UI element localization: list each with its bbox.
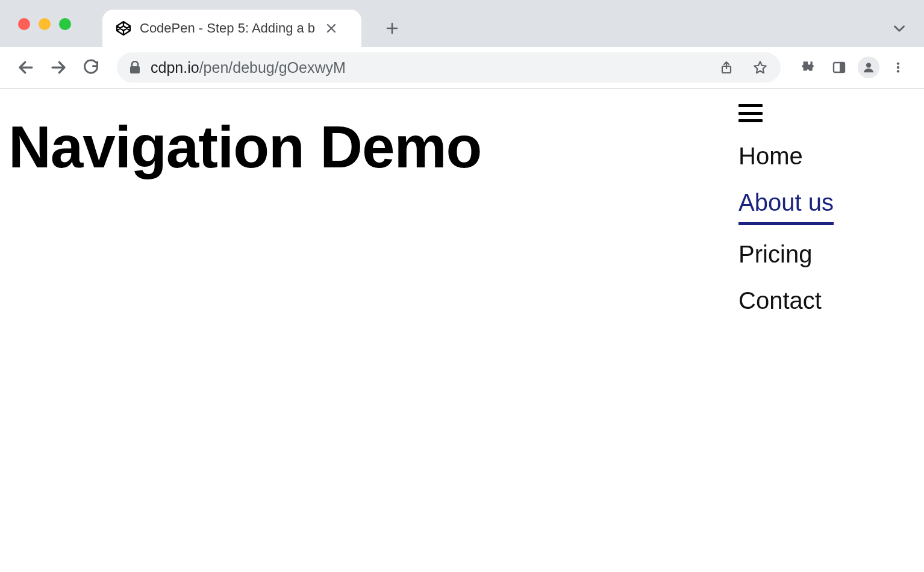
browser-tab-active[interactable]: CodePen - Step 5: Adding a bu	[102, 10, 361, 47]
nav-item-about-us[interactable]: About us	[738, 179, 834, 225]
extensions-button[interactable]	[793, 54, 820, 81]
url-path: /pen/debug/gOexwyM	[199, 59, 346, 76]
address-bar[interactable]: cdpn.io/pen/debug/gOexwyM	[117, 52, 781, 82]
url-text: cdpn.io/pen/debug/gOexwyM	[151, 59, 705, 76]
share-icon	[719, 60, 734, 75]
svg-point-4	[866, 63, 871, 67]
nav-item-pricing[interactable]: Pricing	[738, 231, 834, 278]
close-icon	[326, 23, 337, 34]
reload-icon	[83, 59, 99, 76]
nav-item-home[interactable]: Home	[738, 133, 834, 179]
page-viewport: Navigation Demo Home About us Pricing Co…	[0, 89, 924, 572]
side-panel-button[interactable]	[825, 54, 853, 81]
svg-point-6	[897, 66, 899, 69]
kebab-icon	[891, 61, 905, 74]
share-button[interactable]	[714, 55, 738, 79]
browser-chrome: CodePen - Step 5: Adding a bu	[0, 0, 924, 89]
site-nav: Home About us Pricing Contact	[738, 104, 834, 324]
reload-button[interactable]	[77, 54, 105, 81]
hamburger-icon	[738, 104, 763, 107]
browser-toolbar: cdpn.io/pen/debug/gOexwyM	[0, 47, 924, 88]
window-controls	[18, 18, 71, 30]
codepen-icon	[116, 20, 131, 36]
arrow-right-icon	[49, 58, 67, 76]
puzzle-icon	[799, 60, 814, 75]
plus-icon	[385, 21, 399, 36]
new-tab-button[interactable]	[377, 13, 407, 43]
svg-rect-3	[840, 63, 844, 72]
person-icon	[862, 61, 875, 74]
tab-close-button[interactable]	[323, 20, 340, 37]
panel-icon	[832, 60, 846, 75]
tab-title: CodePen - Step 5: Adding a bu	[140, 20, 314, 36]
chevron-down-icon	[891, 20, 907, 36]
lock-icon	[129, 61, 141, 74]
back-button[interactable]	[12, 54, 40, 81]
svg-rect-0	[130, 66, 140, 73]
nav-item-contact[interactable]: Contact	[738, 278, 834, 324]
forward-button[interactable]	[45, 54, 72, 81]
hamburger-button[interactable]	[738, 104, 763, 122]
window-close-button[interactable]	[18, 18, 30, 30]
menu-button[interactable]	[884, 54, 912, 81]
window-zoom-button[interactable]	[59, 18, 71, 30]
star-icon	[752, 60, 768, 75]
tabs-dropdown-button[interactable]	[891, 20, 907, 36]
url-host: cdpn.io	[151, 59, 199, 76]
tab-strip: CodePen - Step 5: Adding a bu	[0, 0, 924, 47]
profile-button[interactable]	[858, 57, 879, 78]
bookmark-button[interactable]	[748, 55, 772, 79]
svg-point-5	[897, 62, 899, 64]
arrow-left-icon	[17, 58, 35, 76]
svg-point-7	[897, 70, 899, 72]
window-minimize-button[interactable]	[39, 18, 51, 30]
nav-list: Home About us Pricing Contact	[738, 133, 834, 324]
